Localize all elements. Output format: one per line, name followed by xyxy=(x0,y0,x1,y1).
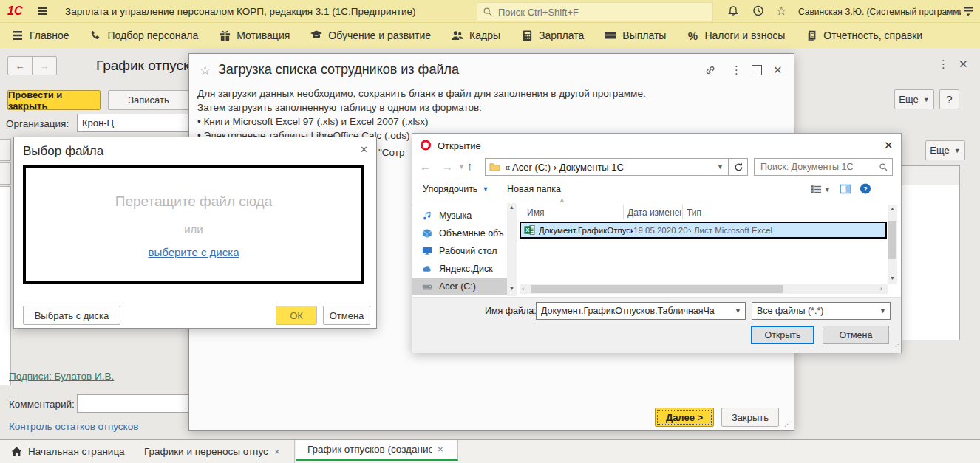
form-more-button[interactable]: Еще▼ xyxy=(894,89,934,109)
filename-combobox[interactable]: Документ.ГрафикОтпусков.ТабличнаяЧа ▼ xyxy=(536,302,746,320)
history-icon[interactable] xyxy=(752,4,764,16)
svg-text:?: ? xyxy=(863,185,868,193)
sidebar-item-music[interactable]: Музыка xyxy=(412,208,513,224)
list-vertical-scrollbar[interactable]: ▲ ▼ xyxy=(888,205,897,284)
scroll-right-icon[interactable]: › xyxy=(880,285,882,292)
preview-pane-icon[interactable] xyxy=(840,183,851,195)
dialog-search-input[interactable] xyxy=(759,161,873,173)
signatures-link[interactable]: Подписи: Булатов И.В. xyxy=(9,371,114,382)
global-search[interactable] xyxy=(477,2,713,21)
favorites-icon[interactable]: ☆ xyxy=(776,4,786,18)
close-icon[interactable]: ✕ xyxy=(884,140,894,151)
sidebar-scrollbar[interactable]: ▲ ▼ xyxy=(507,203,517,296)
close-dialog-button[interactable]: Закрыть xyxy=(721,408,779,427)
link-icon[interactable] xyxy=(704,64,716,76)
tab-vacation-schedules-list[interactable]: Графики и переносы отпусков × xyxy=(132,440,295,463)
chevron-down-icon[interactable]: ▼ xyxy=(735,307,741,315)
section-salary[interactable]: Зарплата xyxy=(521,30,584,41)
next-button[interactable]: Далее > xyxy=(655,408,714,427)
maximize-icon[interactable] xyxy=(752,65,762,75)
drop-hint: Перетащите файл сюда xyxy=(26,193,361,210)
details-view-icon[interactable] xyxy=(810,183,822,195)
comment-input[interactable] xyxy=(77,394,189,413)
scroll-left-icon[interactable]: ‹ xyxy=(522,285,524,292)
vacation-balance-link[interactable]: Контроль остатков отпусков xyxy=(9,421,138,432)
column-divider[interactable] xyxy=(682,205,683,219)
scroll-down-icon[interactable]: ▼ xyxy=(890,275,895,281)
cancel-button[interactable]: Отмена xyxy=(823,326,889,344)
section-training[interactable]: Обучение и развитие xyxy=(310,30,431,41)
help-button[interactable]: ? xyxy=(939,89,959,109)
post-and-close-button[interactable]: Провести и закрыть xyxy=(7,90,101,110)
write-button[interactable]: Записать xyxy=(108,90,189,110)
breadcrumb-chevron-icon[interactable]: ▼ xyxy=(717,163,724,171)
breadcrumb[interactable]: « Acer (C:) › Документы 1С ▼ xyxy=(485,158,729,176)
filetype-combobox[interactable]: Все файлы (*.*) ▼ xyxy=(752,302,891,320)
sort-ascending-icon: ^ xyxy=(560,199,564,207)
close-icon[interactable]: ✕ xyxy=(773,64,783,75)
section-taxes[interactable]: % Налоги и взносы xyxy=(687,30,785,41)
tab-close-icon[interactable]: × xyxy=(438,444,443,455)
chevron-down-icon[interactable]: ▼ xyxy=(879,307,886,315)
table-more-button[interactable]: Еще▼ xyxy=(925,140,965,160)
sidebar-item-desktop[interactable]: Рабочий стол xyxy=(412,243,513,259)
section-reports[interactable]: Отчетность, справки xyxy=(806,30,922,41)
section-main[interactable]: Главное xyxy=(12,30,69,41)
cancel-button[interactable]: Отмена xyxy=(323,306,370,325)
bell-icon[interactable] xyxy=(727,4,739,16)
more-dots-icon[interactable]: ⋮ xyxy=(731,64,743,75)
or-text: или xyxy=(26,223,361,236)
forward-button[interactable]: → xyxy=(32,56,57,75)
tab-close-icon[interactable]: × xyxy=(274,446,280,457)
column-header-type[interactable]: Тип xyxy=(687,208,701,218)
tab-vacation-schedule-new-active[interactable]: График отпусков (создание) * × xyxy=(296,440,458,461)
clipped-employee-table xyxy=(901,165,960,340)
scrollbar-thumb[interactable] xyxy=(531,285,783,293)
scrollbar-thumb[interactable] xyxy=(888,221,896,259)
new-folder-button[interactable]: Новая папка xyxy=(507,184,561,194)
file-drop-zone[interactable]: Перетащите файл сюда или выберите с диск… xyxy=(23,165,364,284)
section-motivation[interactable]: Мотивация xyxy=(219,30,290,41)
nav-history-chevron-icon[interactable]: ▼ xyxy=(458,163,465,171)
scroll-down-icon[interactable]: ▼ xyxy=(509,286,514,291)
sidebar-item-acer-c[interactable]: Acer (C:) xyxy=(412,278,513,295)
column-header-date[interactable]: Дата изменен... xyxy=(627,208,681,218)
search-input[interactable] xyxy=(497,6,707,18)
back-icon[interactable]: ← xyxy=(420,160,431,173)
view-chevron-icon[interactable]: ▼ xyxy=(824,186,831,193)
main-menu-icon[interactable] xyxy=(37,5,49,17)
scroll-up-icon[interactable]: ▲ xyxy=(509,205,514,210)
favorite-star-icon[interactable]: ☆ xyxy=(200,63,211,78)
excel-file-icon: X xyxy=(523,224,535,236)
service-menu-icon[interactable] xyxy=(962,5,974,17)
section-recruiting[interactable]: Подбор персонала xyxy=(90,30,199,41)
back-button[interactable]: ← xyxy=(7,56,33,75)
scroll-up-icon[interactable]: ▲ xyxy=(890,206,895,211)
organization-input[interactable]: Крон-Ц xyxy=(77,114,189,132)
refresh-button[interactable] xyxy=(729,158,748,176)
close-icon[interactable]: ✕ xyxy=(360,145,368,154)
organize-menu[interactable]: Упорядочить▼ xyxy=(423,184,489,194)
resize-grip[interactable]: ⋰ xyxy=(784,420,791,428)
tab-home[interactable]: Начальная страница xyxy=(0,440,132,463)
help-icon[interactable]: ? xyxy=(860,182,871,194)
ok-button[interactable]: ОК xyxy=(276,306,317,325)
sidebar-item-yandex-disk[interactable]: Яндекс.Диск xyxy=(412,261,513,277)
resize-grip[interactable]: ⋰ xyxy=(893,343,899,350)
file-row-selected[interactable]: X Документ.ГрафикОтпусков.... 19.05.2020… xyxy=(520,222,887,239)
pick-from-disk-link[interactable]: выберите с диска xyxy=(149,246,239,258)
section-hr[interactable]: Кадры xyxy=(452,30,500,41)
close-icon[interactable]: ✕ xyxy=(959,58,968,69)
more-dots-icon[interactable]: ⋮ xyxy=(938,58,950,69)
column-header-name[interactable]: Имя xyxy=(527,208,544,218)
list-horizontal-scrollbar[interactable]: ‹ › xyxy=(520,284,888,294)
dialog-search-box[interactable] xyxy=(754,158,893,176)
pick-from-disk-button[interactable]: Выбрать с диска xyxy=(23,306,120,325)
column-divider[interactable] xyxy=(623,205,624,219)
open-button[interactable]: Открыть xyxy=(751,326,814,344)
section-payments[interactable]: Выплаты xyxy=(605,30,666,41)
up-icon[interactable]: ↑ xyxy=(467,160,473,172)
sidebar-item-3d-objects[interactable]: Объемные объ xyxy=(412,225,513,241)
current-user[interactable]: Савинская З.Ю. (Системный программист) xyxy=(798,7,961,17)
forward-icon[interactable]: → xyxy=(442,160,453,173)
